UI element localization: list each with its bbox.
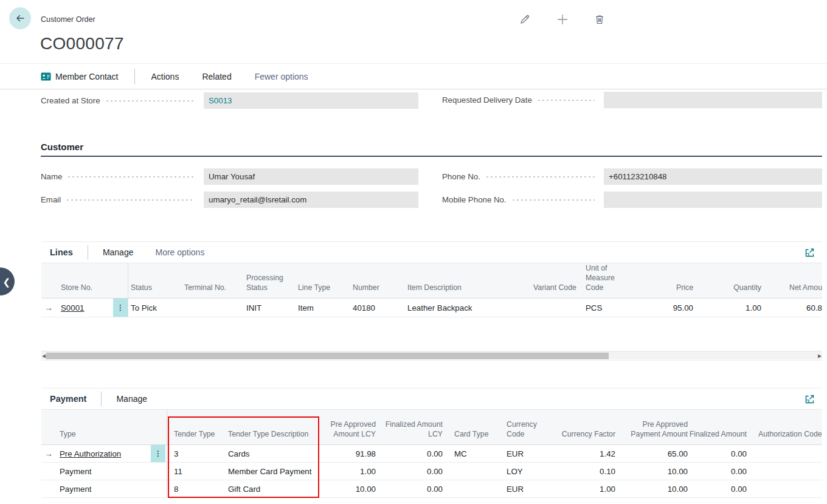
cell-pre-approved-amount-lcy[interactable]: 91.98 [322, 449, 376, 458]
cell-pre-approved-payment-amount[interactable]: 65.00 [615, 449, 688, 458]
col-number[interactable]: Number [347, 283, 401, 298]
cell-tender-type[interactable]: 11 [167, 467, 224, 476]
name-input[interactable]: Umar Yousaf [204, 168, 418, 185]
col-arrow [41, 293, 58, 298]
scroll-right-arrow[interactable]: ▶ [817, 351, 822, 360]
col-net-amount[interactable]: Net Amou [761, 283, 822, 298]
col-variant-code[interactable]: Variant Code [529, 283, 578, 298]
col-type[interactable]: Type [58, 430, 150, 444]
email-input[interactable]: umaryo_retail@lsretail.com [204, 192, 418, 208]
col-pre-approved-payment-amount[interactable]: Pre Approved Payment Amount [615, 420, 688, 444]
dotted-leader [485, 176, 595, 178]
band-divider [101, 392, 102, 406]
customer-order-page: Customer Order CO000077 Member Contact A… [0, 0, 827, 504]
col-finalized-amount[interactable]: Finalized Amount [688, 430, 747, 444]
col-price[interactable]: Price [632, 283, 693, 298]
cell-finalized-amount[interactable]: 0.00 [688, 467, 747, 476]
cell-tender-type[interactable]: 8 [167, 485, 224, 494]
col-tender-type[interactable]: Tender Type [167, 430, 224, 444]
lines-manage-menu[interactable]: Manage [103, 247, 134, 257]
requested-delivery-date-input[interactable] [604, 92, 822, 108]
cell-card-type[interactable]: MC [443, 449, 486, 458]
cell-currency-factor[interactable]: 0.10 [550, 467, 615, 476]
col-pre-approved-amount-lcy[interactable]: Pre Approved Amount LCY [322, 420, 376, 444]
back-button[interactable] [9, 7, 31, 29]
cell-tender-type[interactable]: 3 [167, 449, 224, 458]
cell-pre-approved-amount-lcy[interactable]: 1.00 [322, 467, 376, 476]
cell-currency-factor[interactable]: 1.42 [550, 449, 615, 458]
row-options-button[interactable]: ⋮ [113, 299, 128, 317]
cell-line-type[interactable]: Item [294, 303, 347, 312]
cell-currency-code[interactable]: LOY [486, 467, 550, 476]
lines-table-row: → S0001 ⋮ To Pick INIT Item 40180 Leathe… [41, 299, 822, 317]
col-store-no[interactable]: Store No. [58, 283, 113, 298]
active-row-arrow: → [41, 303, 58, 312]
lines-tab[interactable]: Lines [50, 247, 73, 257]
col-processing-status[interactable]: Processing Status [242, 274, 294, 298]
row-options-button[interactable]: ⋮ [151, 445, 165, 462]
col-finalized-amount-lcy[interactable]: Finalized Amount LCY [376, 420, 443, 444]
payment-card-header: Payment Manage [41, 388, 822, 410]
menu-fewer-options[interactable]: Fewer options [255, 72, 308, 81]
cell-number[interactable]: 40180 [347, 303, 401, 312]
cell-finalized-amount-lcy[interactable]: 0.00 [376, 449, 443, 458]
cell-unit-of-measure-code[interactable]: PCS [578, 303, 632, 312]
cell-net-amount[interactable]: 60.8 [761, 303, 822, 312]
cell-quantity[interactable]: 1.00 [693, 303, 761, 312]
cell-pre-approved-payment-amount[interactable]: 10.00 [615, 485, 688, 494]
cell-finalized-amount-lcy[interactable]: 0.00 [376, 467, 443, 476]
cell-currency-factor[interactable]: 1.00 [550, 485, 615, 494]
payment-card: Payment Manage Type Tender Type Tender T… [41, 388, 822, 504]
lines-expand-button[interactable] [805, 247, 815, 258]
lines-more-options[interactable]: More options [155, 247, 204, 257]
cell-type[interactable]: Payment [58, 467, 150, 476]
payment-manage-menu[interactable]: Manage [116, 394, 147, 404]
cell-processing-status[interactable]: INIT [242, 303, 294, 312]
new-button[interactable] [555, 12, 570, 27]
menu-related[interactable]: Related [202, 72, 231, 81]
cell-currency-code[interactable]: EUR [486, 449, 550, 458]
cell-finalized-amount-lcy[interactable]: 0.00 [376, 485, 443, 494]
phone-input[interactable]: +601123210848 [604, 168, 822, 185]
type-link[interactable]: Pre Authorization [58, 449, 150, 458]
menu-member-contact[interactable]: Member Contact [41, 72, 118, 81]
scroll-left-arrow[interactable]: ◀ [41, 351, 46, 360]
col-tender-type-description[interactable]: Tender Type Description [224, 430, 322, 444]
col-card-type[interactable]: Card Type [443, 430, 486, 444]
col-line-type[interactable]: Line Type [294, 283, 347, 298]
cell-item-description[interactable]: Leather Backpack [401, 303, 529, 312]
cell-type[interactable]: Payment [58, 485, 150, 494]
cell-finalized-amount[interactable]: 0.00 [688, 449, 747, 458]
cell-tender-type-description[interactable]: Gift Card [224, 485, 322, 494]
payment-expand-button[interactable] [805, 394, 815, 404]
store-no-link[interactable]: S0001 [58, 303, 113, 312]
menu-actions[interactable]: Actions [151, 72, 179, 81]
customer-section-heading: Customer [41, 142, 83, 152]
edit-button[interactable] [517, 12, 532, 27]
col-currency-code[interactable]: Currency Code [486, 420, 550, 444]
dotted-leader [105, 100, 195, 102]
cell-finalized-amount[interactable]: 0.00 [688, 485, 747, 494]
col-currency-factor[interactable]: Currency Factor [550, 430, 615, 444]
col-status[interactable]: Status [128, 283, 182, 298]
created-at-store-input[interactable]: S0013 [204, 92, 418, 109]
col-terminal-no[interactable]: Terminal No. [182, 283, 242, 298]
delete-button[interactable] [592, 12, 607, 27]
cell-currency-code[interactable]: EUR [486, 485, 550, 494]
lines-horizontal-scrollbar[interactable]: ◀ ▶ [41, 351, 822, 359]
cell-price[interactable]: 95.00 [632, 303, 693, 312]
payment-tab[interactable]: Payment [50, 394, 86, 404]
cell-status[interactable]: To Pick [128, 303, 182, 312]
side-pane-toggle-button[interactable]: ❮ [0, 268, 15, 295]
scrollbar-thumb[interactable] [46, 353, 609, 359]
cell-pre-approved-amount-lcy[interactable]: 10.00 [322, 485, 376, 494]
mobile-phone-input[interactable] [604, 192, 822, 208]
col-unit-of-measure-code[interactable]: Unit of Measure Code [578, 264, 632, 298]
col-quantity[interactable]: Quantity [693, 283, 761, 298]
cell-tender-type-description[interactable]: Cards [224, 449, 322, 458]
row-options-cell: ⋮ [150, 445, 167, 462]
col-item-description[interactable]: Item Description [401, 283, 529, 298]
col-authorization-code[interactable]: Authorization Code [747, 430, 822, 444]
cell-tender-type-description[interactable]: Member Card Payment [224, 467, 322, 476]
cell-pre-approved-payment-amount[interactable]: 10.00 [615, 467, 688, 476]
